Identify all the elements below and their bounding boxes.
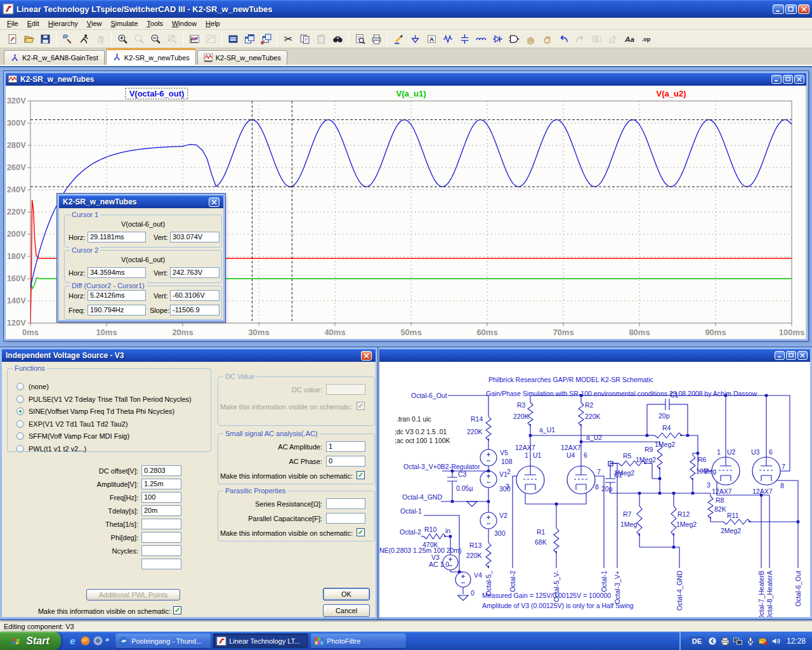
trace-label-V(a_u2)[interactable]: V(a_u2) <box>657 89 686 98</box>
menu-edit[interactable]: Edit <box>23 18 44 29</box>
minimize-button[interactable] <box>773 4 784 14</box>
cancel-button[interactable]: Cancel <box>323 604 370 617</box>
move-icon[interactable] <box>523 31 538 46</box>
param-input-tdelays[interactable]: 20m <box>141 505 181 516</box>
taskbar-task-photofiltre[interactable]: PhotoFiltre <box>311 633 406 648</box>
param-input-thetas[interactable] <box>141 519 181 529</box>
tray-volume-icon[interactable] <box>771 636 781 646</box>
spice-directive-icon[interactable]: .op <box>638 31 653 46</box>
close-button[interactable] <box>798 4 809 14</box>
schematic-close-button[interactable] <box>797 351 808 360</box>
radio-pwl[interactable] <box>16 445 24 453</box>
param-input-freqhz[interactable]: 100 <box>141 492 181 503</box>
quicklaunch-browser-icon[interactable] <box>91 634 104 648</box>
radio-[interactable] <box>16 383 24 390</box>
menu-window[interactable]: Window <box>167 18 201 29</box>
radio-sine[interactable] <box>16 408 24 415</box>
quick-launch-chevron[interactable]: » <box>105 635 109 643</box>
print-preview-icon[interactable] <box>352 31 367 46</box>
drag-icon[interactable] <box>539 31 554 46</box>
cursor2-horz-value[interactable]: 34.3594ms <box>88 267 146 278</box>
taskbar-task-thunderbird[interactable]: Posteingang - Thund... <box>115 633 211 648</box>
tray-mail-error-icon[interactable] <box>758 636 768 646</box>
cursor-dialog-close-button[interactable] <box>209 197 219 207</box>
plot-minimize-button[interactable] <box>771 75 782 84</box>
schematic-minimize-button[interactable] <box>775 351 785 360</box>
radio-exp[interactable] <box>16 420 24 428</box>
cursor1-horz-value[interactable]: 29.1181ms <box>88 232 146 242</box>
radio-sffm[interactable] <box>16 432 24 440</box>
ac-visible-checkbox[interactable]: ✓ <box>357 471 365 479</box>
schematic-canvas[interactable]: .tran 0.1 uic;dc V3 0.2 1.5 .01;ac oct 1… <box>379 362 810 617</box>
print-icon[interactable] <box>369 31 384 46</box>
diff-freq-value[interactable]: 190.794Hz <box>88 305 146 315</box>
control-panel-icon[interactable] <box>60 31 75 46</box>
menu-simulate[interactable]: Simulate <box>106 18 142 29</box>
cursor2-vert-value[interactable]: 242.763V <box>170 267 219 278</box>
dc-value-input[interactable] <box>326 384 365 395</box>
tile-windows-icon[interactable] <box>225 31 240 46</box>
tray-microphone-icon[interactable] <box>745 636 756 646</box>
menu-hierarchy[interactable]: Hierarchy <box>44 18 82 29</box>
param-input-ncycles[interactable] <box>141 545 181 556</box>
place-text-icon[interactable]: Aa <box>622 31 637 46</box>
trace-label-V(a_u1)[interactable]: V(a_u1) <box>396 89 426 98</box>
param-input-extra[interactable] <box>141 559 181 569</box>
copy-window-icon[interactable] <box>258 31 273 46</box>
undo-icon[interactable] <box>556 31 571 46</box>
tab-1-k2-r_w_6an8-gaintest[interactable]: K2-R_w_6AN8-GainTest <box>4 50 105 65</box>
start-button[interactable]: Start <box>0 632 61 650</box>
taskbar-task-ltspice[interactable]: Linear Technology LT... <box>213 633 308 648</box>
restore-button[interactable] <box>785 4 797 14</box>
menu-help[interactable]: Help <box>201 18 225 29</box>
menu-tools[interactable]: Tools <box>142 18 167 29</box>
copy-icon[interactable] <box>297 31 312 46</box>
place-inductor-icon[interactable] <box>473 31 488 46</box>
cursor1-vert-value[interactable]: 303.074V <box>170 232 219 242</box>
cascade-windows-icon[interactable] <box>242 31 257 46</box>
tray-printer-icon[interactable] <box>720 636 730 646</box>
place-label-icon[interactable]: A <box>424 31 439 46</box>
trace-label-V(octal-6_out)[interactable]: V(octal-6_out) <box>129 89 185 98</box>
language-indicator[interactable]: DE <box>690 637 704 646</box>
menu-file[interactable]: File <box>3 18 23 29</box>
diff-horz-value[interactable]: 5.24126ms <box>88 290 146 301</box>
schematic-restore-button[interactable] <box>786 351 796 360</box>
tab-2-k2-sr_w_newtubes[interactable]: K2-SR_w_newTubes <box>106 48 196 65</box>
parasitic-visible-checkbox[interactable]: ✓ <box>357 528 365 536</box>
run-icon[interactable] <box>76 31 91 46</box>
diff-vert-value[interactable]: -60.3106V <box>170 290 219 301</box>
quicklaunch-internet-explorer-icon[interactable]: e <box>66 634 79 648</box>
plot-restore-button[interactable] <box>783 75 793 84</box>
draw-wire-icon[interactable] <box>391 31 406 46</box>
ac-amplitude-input[interactable]: 1 <box>326 441 365 452</box>
diff-slope-value[interactable]: -11506.9 <box>170 305 219 315</box>
tab-3-k2-sr_w_newtubes[interactable]: K2-SR_w_newTubes <box>197 50 287 65</box>
open-icon[interactable] <box>21 31 36 46</box>
parallel-capacitance-input[interactable] <box>326 513 365 524</box>
param-input-dcoffsetv[interactable]: 0.2803 <box>141 465 181 476</box>
ok-button[interactable]: OK <box>323 588 370 600</box>
tray-network-icon[interactable] <box>733 636 743 646</box>
v3-dialog-close-button[interactable] <box>361 351 372 361</box>
radio-pulse[interactable] <box>16 395 24 403</box>
schematic-pane[interactable]: .tran 0.1 uic;dc V3 0.2 1.5 .01;ac oct 1… <box>379 362 810 617</box>
place-resistor-icon[interactable] <box>440 31 455 46</box>
place-component-icon[interactable] <box>506 31 521 46</box>
additional-pwl-button[interactable]: Additional PWL Points <box>86 589 180 600</box>
tray-hide-icons-icon[interactable] <box>707 636 717 646</box>
quicklaunch-firefox-icon[interactable] <box>79 634 91 648</box>
param-input-amplitudev[interactable]: 1.25m <box>141 479 181 489</box>
plot-close-button[interactable] <box>794 75 804 84</box>
autorange-icon[interactable] <box>187 31 202 46</box>
series-resistance-input[interactable] <box>326 498 365 509</box>
menu-view[interactable]: View <box>82 18 107 29</box>
cut-icon[interactable]: ✂ <box>280 31 296 46</box>
save-icon[interactable] <box>37 31 53 46</box>
zoom-out-icon[interactable] <box>148 31 163 46</box>
new-schematic-icon[interactable] <box>4 31 20 46</box>
place-ground-icon[interactable] <box>407 31 422 46</box>
find-icon[interactable] <box>330 31 345 46</box>
ac-phase-input[interactable]: 0 <box>326 456 365 467</box>
zoom-in-icon[interactable] <box>115 31 130 46</box>
